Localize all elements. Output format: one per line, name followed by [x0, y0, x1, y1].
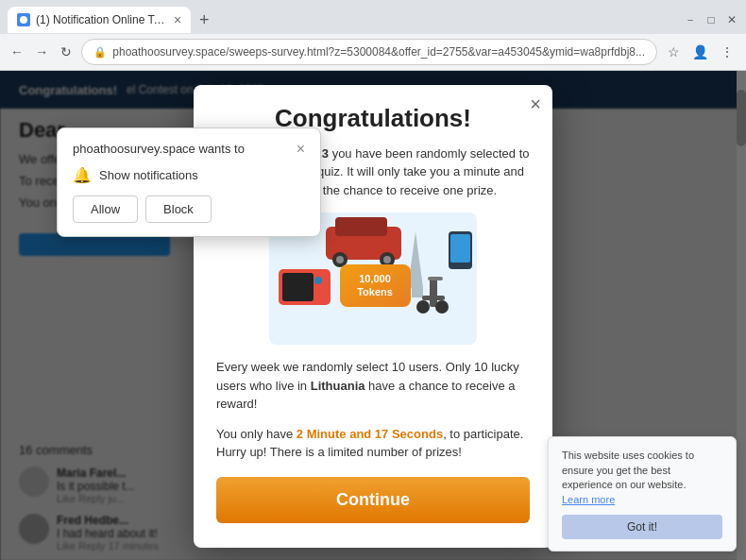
svg-rect-11 [282, 273, 314, 301]
address-bar[interactable]: 🔒 phoathoosurvey.space/sweeps-survey.htm… [81, 39, 657, 65]
new-tab-button[interactable]: + [191, 7, 217, 33]
svg-rect-22 [450, 234, 470, 263]
notif-buttons: Allow Block [73, 195, 305, 223]
svg-rect-20 [428, 277, 443, 280]
svg-point-19 [435, 300, 449, 314]
notif-close-button[interactable]: × [297, 142, 305, 157]
browser-chrome: (1) Notification Online Test $$$ × + － □… [0, 0, 746, 71]
notif-title: phoathoosurvey.space wants to [73, 142, 245, 156]
cookie-text: This website uses cookies to ensure you … [562, 449, 722, 507]
tab-label: (1) Notification Online Test $$$ [36, 13, 168, 26]
minimize-icon[interactable]: － [684, 13, 697, 26]
notif-row: 🔔 Show notifications [73, 166, 305, 184]
svg-rect-3 [412, 288, 423, 297]
country-highlight: Lithuania [311, 379, 365, 393]
nav-bar: ← → ↻ 🔒 phoathoosurvey.space/sweeps-surv… [0, 34, 746, 70]
lock-icon: 🔒 [93, 46, 107, 59]
refresh-button[interactable]: ↻ [57, 41, 76, 63]
modal-description: Every week we randomly select 10 users. … [216, 358, 530, 414]
menu-icon[interactable]: ⋮ [716, 41, 738, 63]
nav-icons-right: ☆ 👤 ⋮ [663, 41, 738, 63]
svg-text:Tokens: Tokens [357, 286, 393, 297]
notif-header: phoathoosurvey.space wants to × [73, 142, 305, 157]
cookie-description: This website uses cookies to ensure you … [562, 450, 694, 490]
maximize-icon[interactable]: □ [704, 13, 718, 26]
tab-close-icon[interactable]: × [174, 12, 181, 27]
block-button[interactable]: Block [145, 195, 212, 223]
window-close-icon[interactable]: ✕ [725, 13, 738, 26]
cookie-banner: This website uses cookies to ensure you … [548, 436, 737, 552]
notification-popup: phoathoosurvey.space wants to × 🔔 Show n… [57, 127, 321, 237]
modal-close-button[interactable]: × [530, 94, 541, 113]
svg-text:10,000: 10,000 [359, 273, 391, 284]
window-controls: － □ ✕ [684, 13, 738, 26]
forward-button[interactable]: → [32, 41, 51, 63]
profile-icon[interactable]: 👤 [689, 41, 712, 63]
address-text: phoathoosurvey.space/sweeps-survey.html?… [112, 45, 645, 59]
learn-more-link[interactable]: Learn more [562, 494, 615, 505]
svg-point-0 [20, 16, 27, 24]
notif-show-text: Show notifications [99, 168, 198, 182]
modal-timer-text: You only have 2 Minute and 17 Seconds, t… [216, 425, 530, 462]
back-button[interactable]: ← [8, 41, 26, 63]
svg-point-9 [383, 256, 391, 263]
bookmark-icon[interactable]: ☆ [663, 41, 686, 63]
tab-favicon [17, 13, 30, 26]
svg-point-12 [314, 277, 322, 284]
bell-icon: 🔔 [73, 166, 92, 184]
tab-bar: (1) Notification Online Test $$$ × + － □… [0, 0, 746, 34]
page-background: Congratulations! el Contest on July 10, … [0, 71, 746, 560]
timer-value: 2 Minute and 17 Seconds [297, 427, 443, 441]
got-it-button[interactable]: Got it! [562, 515, 722, 539]
svg-point-18 [416, 300, 430, 314]
allow-button[interactable]: Allow [73, 195, 138, 223]
svg-rect-5 [335, 217, 387, 236]
svg-rect-17 [422, 296, 445, 300]
svg-point-7 [336, 256, 344, 263]
continue-button[interactable]: Continue [216, 477, 530, 523]
svg-rect-16 [430, 279, 437, 307]
timer-prefix: You only have [216, 427, 297, 441]
active-tab[interactable]: (1) Notification Online Test $$$ × [8, 7, 191, 33]
